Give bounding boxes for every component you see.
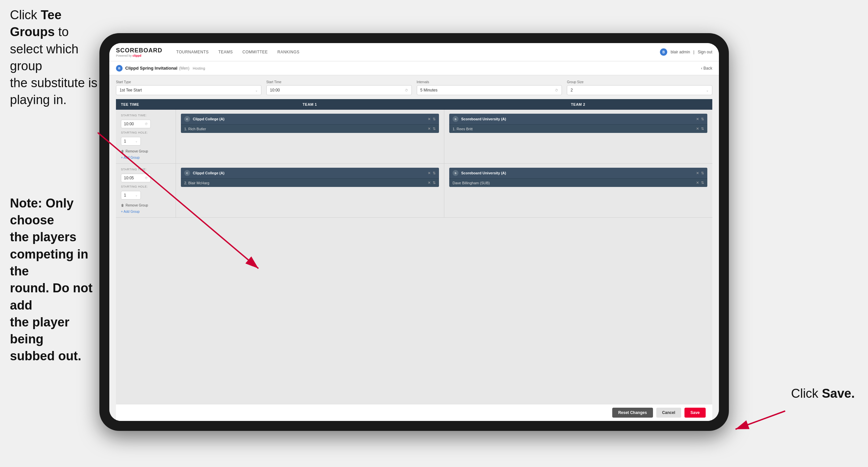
starting-hole-input-2[interactable]: 1 ⌄ bbox=[121, 191, 141, 200]
logo-scoreboard: SCOREBOARD bbox=[116, 47, 162, 54]
config-row: Start Type 1st Tee Start ⌄ Start Time 10… bbox=[116, 80, 712, 95]
team2-name-1: Scoreboard University (A) bbox=[461, 117, 693, 121]
team1-col-1: C Clippd College (A) ✕ ⇅ 1. Rich Butler bbox=[176, 110, 444, 164]
player-controls-1-1: ✕ ⇅ bbox=[428, 126, 436, 131]
team2-arrows-1[interactable]: ⇅ bbox=[701, 117, 704, 121]
team2-controls-1: ✕ ⇅ bbox=[696, 117, 704, 121]
tournament-icon: B bbox=[116, 65, 123, 71]
table-header: Tee Time Team 1 Team 2 bbox=[116, 99, 712, 110]
player-x-2-1[interactable]: ✕ bbox=[696, 126, 699, 131]
player-arrows-1-2[interactable]: ⇅ bbox=[433, 181, 436, 185]
reset-changes-button[interactable]: Reset Changes bbox=[612, 408, 653, 418]
nav-links: TOURNAMENTS TEAMS COMMITTEE RANKINGS bbox=[172, 48, 660, 56]
team2-icon-2: S bbox=[453, 170, 459, 176]
note-bold-label: Note: Only choose the players competing … bbox=[10, 196, 92, 363]
start-type-field: Start Type 1st Tee Start ⌄ bbox=[116, 80, 261, 95]
logo-powered: Powered by clippd bbox=[116, 54, 162, 57]
instruction-main: Click Tee Groups to select which group t… bbox=[10, 7, 103, 109]
back-link[interactable]: ‹ Back bbox=[701, 66, 712, 70]
nav-tournaments[interactable]: TOURNAMENTS bbox=[172, 48, 213, 56]
starting-time-label-2: STARTING TIME: bbox=[121, 168, 170, 171]
team2-card-2: S Scoreboard University (A) ✕ ⇅ Dave Bil… bbox=[449, 168, 707, 187]
save-button[interactable]: Save bbox=[684, 408, 706, 418]
player-arrows-2-2[interactable]: ⇅ bbox=[701, 181, 704, 185]
team1-x-2[interactable]: ✕ bbox=[428, 171, 431, 175]
main-content: Start Type 1st Tee Start ⌄ Start Time 10… bbox=[109, 75, 719, 421]
add-group-button-1[interactable]: + Add Group bbox=[121, 156, 170, 159]
cancel-button[interactable]: Cancel bbox=[656, 408, 681, 418]
group-size-chevron: ⌄ bbox=[706, 88, 709, 92]
gender-badge: (Men) bbox=[179, 66, 189, 70]
player-row-1-2: 2. Blair McHarg ✕ ⇅ bbox=[181, 179, 439, 187]
sub-header: B Clippd Spring Invitational (Men) Hosti… bbox=[109, 61, 719, 75]
team1-arrows-1[interactable]: ⇅ bbox=[433, 117, 436, 121]
team2-x-1[interactable]: ✕ bbox=[696, 117, 699, 121]
sign-out-link[interactable]: Sign out bbox=[698, 50, 712, 54]
time-col-1: STARTING TIME: 10:00 ⏱ STARTING HOLE: 1 … bbox=[116, 110, 176, 164]
player-arrows-2-1[interactable]: ⇅ bbox=[701, 126, 704, 131]
logo-area: SCOREBOARD Powered by clippd bbox=[116, 47, 162, 57]
player-arrows-1-1[interactable]: ⇅ bbox=[433, 126, 436, 131]
nav-committee[interactable]: COMMITTEE bbox=[239, 48, 272, 56]
instruction-note: Note: Only choose the players competing … bbox=[10, 195, 103, 365]
team2-col-2: S Scoreboard University (A) ✕ ⇅ Dave Bil… bbox=[444, 164, 712, 217]
nav-rankings[interactable]: RANKINGS bbox=[273, 48, 304, 56]
team1-name-1: Clippd College (A) bbox=[193, 117, 425, 121]
start-type-input[interactable]: 1st Tee Start ⌄ bbox=[116, 85, 261, 95]
player-name-1-2: 2. Blair McHarg bbox=[184, 181, 428, 185]
team2-col-1: S Scoreboard University (A) ✕ ⇅ 1. Rees … bbox=[444, 110, 712, 164]
group-size-label: Group Size bbox=[567, 80, 712, 84]
group-size-input[interactable]: 2 ⌄ bbox=[567, 85, 712, 95]
player-x-2-2[interactable]: ✕ bbox=[696, 181, 699, 185]
team1-arrows-2[interactable]: ⇅ bbox=[433, 171, 436, 175]
top-nav: SCOREBOARD Powered by clippd TOURNAMENTS… bbox=[109, 43, 719, 61]
starting-hole-input-1[interactable]: 1 ⌄ bbox=[121, 137, 141, 146]
add-group-button-2[interactable]: + Add Group bbox=[121, 210, 170, 213]
start-time-input[interactable]: 10:00 ⏱ bbox=[266, 85, 412, 95]
team1-icon-2: C bbox=[184, 170, 190, 176]
team2-header-2: S Scoreboard University (A) ✕ ⇅ bbox=[449, 168, 707, 178]
bottom-footer: Reset Changes Cancel Save bbox=[116, 404, 712, 421]
player-controls-1-2: ✕ ⇅ bbox=[428, 181, 436, 185]
nav-right: B blair admin | Sign out bbox=[660, 49, 712, 56]
table-body: STARTING TIME: 10:00 ⏱ STARTING HOLE: 1 … bbox=[116, 110, 712, 404]
intervals-input[interactable]: 5 Minutes ⏱ bbox=[417, 85, 562, 95]
team2-card-1: S Scoreboard University (A) ✕ ⇅ 1. Rees … bbox=[449, 114, 707, 133]
nav-teams[interactable]: TEAMS bbox=[214, 48, 237, 56]
start-type-chevron: ⌄ bbox=[255, 88, 258, 92]
team1-icon-1: C bbox=[184, 116, 190, 122]
team1-header-2: C Clippd College (A) ✕ ⇅ bbox=[181, 168, 439, 178]
table-row: STARTING TIME: 10:05 ⏱ STARTING HOLE: 1 … bbox=[116, 164, 712, 218]
team2-header-1: S Scoreboard University (A) ✕ ⇅ bbox=[449, 114, 707, 124]
time-col-2: STARTING TIME: 10:05 ⏱ STARTING HOLE: 1 … bbox=[116, 164, 176, 217]
header-tee-time: Tee Time bbox=[116, 99, 176, 110]
player-name-1-1: 1. Rich Butler bbox=[184, 127, 428, 131]
intervals-chevron: ⏱ bbox=[555, 88, 558, 92]
header-team2: Team 2 bbox=[444, 99, 712, 110]
instruction-area: Click Tee Groups to select which group t… bbox=[0, 0, 113, 372]
team1-col-2: C Clippd College (A) ✕ ⇅ 2. Blair McHarg bbox=[176, 164, 444, 217]
team2-arrows-2[interactable]: ⇅ bbox=[701, 171, 704, 175]
tournament-name: Clippd Spring Invitational bbox=[125, 66, 177, 70]
starting-time-input-2[interactable]: 10:05 ⏱ bbox=[121, 174, 151, 182]
remove-group-button-2[interactable]: 🗑 Remove Group bbox=[121, 204, 170, 207]
team2-name-2: Scoreboard University (A) bbox=[461, 171, 693, 175]
player-x-1-1[interactable]: ✕ bbox=[428, 126, 431, 131]
table-area: Tee Time Team 1 Team 2 STARTING TIME: 10… bbox=[116, 99, 712, 404]
player-row-2-2: Dave Billingham (SUB) ✕ ⇅ bbox=[449, 179, 707, 187]
player-name-2-1: 1. Rees Britt bbox=[453, 127, 696, 131]
team1-controls-2: ✕ ⇅ bbox=[428, 171, 436, 175]
team2-x-2[interactable]: ✕ bbox=[696, 171, 699, 175]
tee-groups-bold: Tee Groups bbox=[10, 8, 62, 39]
admin-name: blair admin bbox=[671, 50, 690, 54]
start-time-label: Start Time bbox=[266, 80, 412, 84]
tablet-frame: SCOREBOARD Powered by clippd TOURNAMENTS… bbox=[99, 33, 729, 431]
team1-x-1[interactable]: ✕ bbox=[428, 117, 431, 121]
starting-time-input-1[interactable]: 10:00 ⏱ bbox=[121, 120, 151, 128]
start-time-chevron: ⏱ bbox=[405, 88, 408, 92]
remove-group-button-1[interactable]: 🗑 Remove Group bbox=[121, 149, 170, 153]
player-row-2-1: 1. Rees Britt ✕ ⇅ bbox=[449, 125, 707, 133]
team1-card-2: C Clippd College (A) ✕ ⇅ 2. Blair McHarg bbox=[181, 168, 439, 187]
team1-controls-1: ✕ ⇅ bbox=[428, 117, 436, 121]
player-x-1-2[interactable]: ✕ bbox=[428, 181, 431, 185]
